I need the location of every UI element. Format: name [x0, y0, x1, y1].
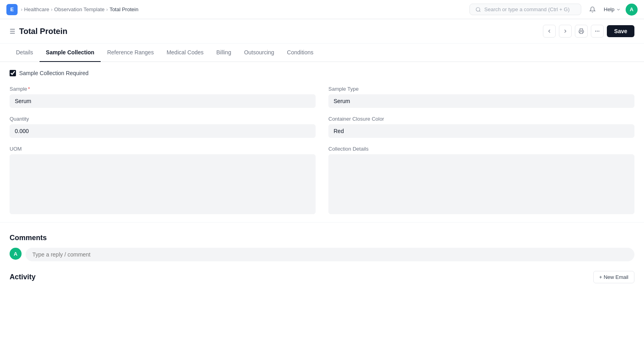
tab-details[interactable]: Details: [10, 44, 40, 62]
tab-conditions[interactable]: Conditions: [280, 44, 320, 62]
top-nav: E › Healthcare › Observation Template › …: [0, 0, 644, 19]
tabs: Details Sample Collection Reference Rang…: [0, 44, 644, 62]
sample-type-label: Sample Type: [328, 86, 634, 92]
divider: [0, 222, 644, 223]
uom-group: UOM: [10, 146, 316, 214]
tab-content: Sample Collection Required Sample* Sampl…: [0, 62, 644, 222]
svg-point-2: [596, 31, 596, 31]
chevron-icon: ›: [106, 6, 108, 12]
more-options-button[interactable]: [591, 25, 604, 38]
breadcrumb-current: Total Protein: [109, 6, 138, 12]
sample-input[interactable]: [10, 94, 316, 108]
save-button[interactable]: Save: [607, 25, 634, 37]
tab-billing[interactable]: Billing: [210, 44, 238, 62]
chevron-down-icon: [616, 7, 621, 12]
search-box[interactable]: Search or type a command (Ctrl + G): [469, 4, 581, 15]
sample-collection-required-label[interactable]: Sample Collection Required: [19, 70, 89, 76]
breadcrumb: › Healthcare › Observation Template › To…: [21, 6, 469, 12]
page-header-left: ☰ Total Protein: [10, 27, 68, 36]
print-button[interactable]: [575, 25, 588, 38]
quantity-input[interactable]: [10, 124, 316, 138]
dots-icon: [594, 28, 600, 34]
required-marker: *: [28, 86, 30, 92]
collection-details-group: Collection Details: [328, 146, 634, 214]
printer-icon: [578, 28, 584, 34]
tab-medical-codes[interactable]: Medical Codes: [160, 44, 210, 62]
sample-collection-required-checkbox[interactable]: [10, 70, 16, 76]
tab-sample-collection[interactable]: Sample Collection: [40, 44, 101, 62]
sample-group: Sample*: [10, 86, 316, 108]
comments-section: Comments A: [0, 234, 644, 261]
form-grid: Sample* Sample Type Quantity Container C…: [10, 86, 634, 214]
container-closure-color-group: Container Closure Color: [328, 116, 634, 138]
activity-section: Activity + New Email: [0, 271, 644, 283]
breadcrumb-healthcare[interactable]: Healthcare: [24, 6, 49, 12]
sample-type-group: Sample Type: [328, 86, 634, 108]
notifications-button[interactable]: [586, 3, 599, 16]
chevron-icon: ›: [51, 6, 52, 12]
bell-icon: [589, 6, 596, 13]
svg-point-4: [599, 31, 599, 31]
avatar: A: [626, 4, 638, 16]
container-closure-color-label: Container Closure Color: [328, 116, 634, 122]
forward-button[interactable]: [559, 25, 572, 38]
tab-outsourcing[interactable]: Outsourcing: [238, 44, 280, 62]
back-button[interactable]: [543, 25, 556, 38]
breadcrumb-observation-template[interactable]: Observation Template: [54, 6, 105, 12]
uom-input[interactable]: [10, 154, 316, 214]
page-header: ☰ Total Protein Save: [0, 19, 644, 44]
page-title: Total Protein: [19, 27, 68, 36]
activity-title: Activity: [10, 273, 36, 281]
help-button[interactable]: Help: [604, 6, 621, 12]
hamburger-icon[interactable]: ☰: [10, 28, 15, 35]
container-closure-color-input[interactable]: [328, 124, 634, 138]
chevron-left-icon: [547, 28, 552, 34]
collection-details-label: Collection Details: [328, 146, 634, 152]
quantity-group: Quantity: [10, 116, 316, 138]
svg-point-3: [597, 31, 598, 31]
svg-rect-1: [580, 32, 583, 34]
uom-label: UOM: [10, 146, 316, 152]
comment-input-row: A: [0, 248, 644, 261]
sample-label: Sample*: [10, 86, 316, 92]
chevron-right-icon: [563, 28, 568, 34]
sample-collection-required-row: Sample Collection Required: [10, 70, 634, 76]
collection-details-textarea[interactable]: [328, 154, 634, 214]
tab-reference-ranges[interactable]: Reference Ranges: [101, 44, 160, 62]
quantity-label: Quantity: [10, 116, 316, 122]
nav-right: Search or type a command (Ctrl + G) Help…: [469, 3, 638, 16]
search-icon: [475, 7, 481, 12]
comment-input[interactable]: [26, 248, 634, 261]
new-email-button[interactable]: + New Email: [593, 271, 634, 283]
chevron-icon: ›: [21, 6, 22, 12]
app-icon: E: [6, 4, 18, 15]
page-header-right: Save: [543, 25, 634, 38]
sample-type-input[interactable]: [328, 94, 634, 108]
comments-title: Comments: [0, 234, 644, 242]
svg-point-0: [476, 7, 480, 11]
commenter-avatar: A: [10, 248, 22, 260]
